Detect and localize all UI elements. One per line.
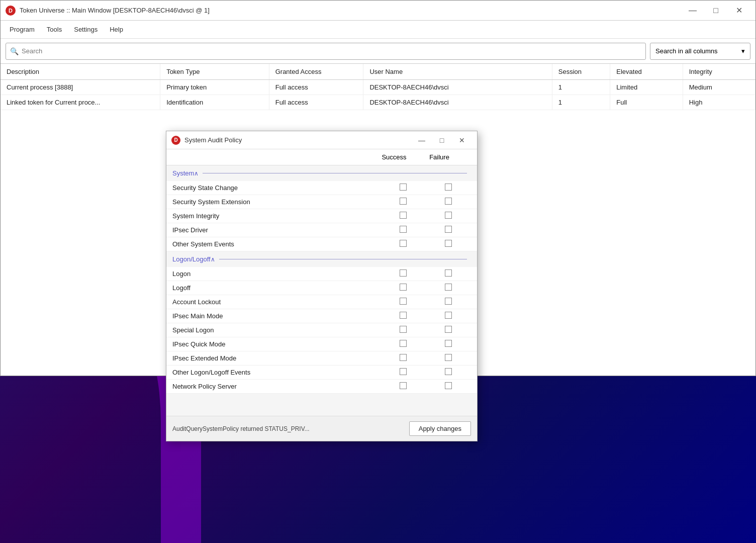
audit-window-controls: — □ ✕	[412, 131, 472, 149]
col-session[interactable]: Session	[552, 64, 610, 80]
cell-user-name-1: DESKTOP-8AECH46\dvsci	[363, 95, 552, 110]
search-bar: 🔍 Search in all columns ▾	[1, 39, 755, 64]
window-controls: — □ ✕	[681, 1, 750, 21]
col-granted-access[interactable]: Granted Access	[269, 64, 363, 80]
checkbox-icon[interactable]	[400, 226, 407, 233]
audit-status-bar: AuditQuerySystemPolicy returned STATUS_P…	[166, 416, 477, 441]
audit-failure-checkbox-l7[interactable]	[426, 368, 471, 377]
checkbox-icon[interactable]	[400, 326, 407, 333]
checkbox-icon[interactable]	[400, 354, 407, 361]
audit-close-button[interactable]: ✕	[452, 131, 472, 149]
audit-failure-checkbox-l5[interactable]	[426, 340, 471, 348]
audit-failure-checkbox-l2[interactable]	[426, 298, 471, 306]
checkbox-icon[interactable]	[400, 340, 407, 347]
audit-success-checkbox-l7[interactable]	[381, 368, 426, 377]
audit-failure-checkbox-0[interactable]	[426, 184, 471, 192]
chevron-up-icon[interactable]: ∧	[194, 170, 199, 177]
checkbox-icon[interactable]	[445, 326, 452, 333]
checkbox-icon[interactable]	[400, 312, 407, 319]
audit-item-label: IPsec Driver	[172, 226, 381, 234]
audit-success-checkbox-l6[interactable]	[381, 354, 426, 363]
col-integrity[interactable]: Integrity	[683, 64, 755, 80]
checkbox-icon[interactable]	[445, 212, 452, 219]
checkbox-icon[interactable]	[445, 240, 452, 247]
menu-tools[interactable]: Tools	[42, 24, 67, 35]
checkbox-icon[interactable]	[400, 198, 407, 205]
checkbox-icon[interactable]	[400, 284, 407, 291]
audit-success-checkbox-l8[interactable]	[381, 382, 426, 391]
checkbox-icon[interactable]	[445, 269, 452, 277]
checkbox-icon[interactable]	[445, 284, 452, 291]
audit-failure-checkbox-l6[interactable]	[426, 354, 471, 363]
checkbox-icon[interactable]	[445, 354, 452, 361]
col-description[interactable]: Description	[1, 64, 160, 80]
checkbox-icon[interactable]	[400, 382, 407, 389]
audit-failure-checkbox-2[interactable]	[426, 212, 471, 220]
maximize-button[interactable]: □	[704, 1, 727, 21]
audit-failure-checkbox-l4[interactable]	[426, 326, 471, 334]
checkbox-icon[interactable]	[445, 382, 452, 389]
audit-item-label: Other Logon/Logoff Events	[172, 369, 381, 376]
audit-success-checkbox-l5[interactable]	[381, 340, 426, 348]
menu-settings[interactable]: Settings	[69, 24, 103, 35]
audit-item-label: Account Lockout	[172, 298, 381, 306]
checkbox-icon[interactable]	[445, 198, 452, 205]
cell-granted-access-1: Full access	[269, 95, 363, 110]
checkbox-icon[interactable]	[445, 312, 452, 319]
audit-item-label: Other System Events	[172, 240, 381, 248]
audit-app-icon: D	[171, 136, 180, 145]
audit-success-checkbox-1[interactable]	[381, 198, 426, 206]
audit-failure-checkbox-l1[interactable]	[426, 284, 471, 292]
audit-failure-checkbox-4[interactable]	[426, 240, 471, 248]
audit-success-checkbox-3[interactable]	[381, 226, 426, 234]
checkbox-icon[interactable]	[445, 368, 452, 375]
audit-failure-checkbox-l0[interactable]	[426, 269, 471, 278]
audit-item-label: IPsec Extended Mode	[172, 354, 381, 362]
checkbox-icon[interactable]	[400, 269, 407, 277]
minimize-button[interactable]: —	[681, 1, 704, 21]
close-button[interactable]: ✕	[727, 1, 750, 21]
table-row[interactable]: Current process [3888] Primary token Ful…	[1, 80, 755, 95]
checkbox-icon[interactable]	[400, 368, 407, 375]
audit-failure-checkbox-3[interactable]	[426, 226, 471, 234]
checkbox-icon[interactable]	[400, 240, 407, 247]
apply-changes-button[interactable]: Apply changes	[409, 421, 471, 436]
audit-col-success-header: Success	[371, 153, 417, 161]
audit-success-checkbox-2[interactable]	[381, 212, 426, 220]
checkbox-icon[interactable]	[445, 340, 452, 347]
checkbox-icon[interactable]	[400, 298, 407, 305]
audit-row-security-system-ext: Security System Extension	[166, 195, 477, 209]
audit-success-checkbox-l4[interactable]	[381, 326, 426, 334]
chevron-up-icon[interactable]: ∧	[211, 256, 215, 263]
audit-success-checkbox-l2[interactable]	[381, 298, 426, 306]
col-token-type[interactable]: Token Type	[160, 64, 269, 80]
audit-success-checkbox-l1[interactable]	[381, 284, 426, 292]
audit-item-label: Network Policy Server	[172, 383, 381, 390]
audit-failure-checkbox-l8[interactable]	[426, 382, 471, 391]
checkbox-icon[interactable]	[445, 226, 452, 233]
audit-minimize-button[interactable]: —	[412, 131, 432, 149]
audit-success-checkbox-l0[interactable]	[381, 269, 426, 278]
window-title: Token Universe :: Main Window [DESKTOP-8…	[20, 7, 681, 14]
col-elevated[interactable]: Elevated	[610, 64, 683, 80]
checkbox-icon[interactable]	[445, 184, 452, 191]
menu-program[interactable]: Program	[5, 24, 40, 35]
audit-scroll-content[interactable]: System ∧ Security State Change Security …	[166, 165, 477, 416]
audit-failure-checkbox-l3[interactable]	[426, 312, 471, 320]
audit-success-checkbox-0[interactable]	[381, 184, 426, 192]
audit-row-network-policy: Network Policy Server	[166, 380, 477, 394]
search-input[interactable]	[22, 47, 641, 55]
audit-failure-checkbox-1[interactable]	[426, 198, 471, 206]
search-filter-dropdown[interactable]: Search in all columns ▾	[650, 43, 750, 60]
col-user-name[interactable]: User Name	[363, 64, 552, 80]
search-icon: 🔍	[10, 47, 19, 55]
audit-success-checkbox-4[interactable]	[381, 240, 426, 248]
menu-help[interactable]: Help	[105, 24, 128, 35]
checkbox-icon[interactable]	[400, 184, 407, 191]
audit-item-label: System Integrity	[172, 212, 381, 220]
checkbox-icon[interactable]	[400, 212, 407, 219]
audit-success-checkbox-l3[interactable]	[381, 312, 426, 320]
table-row[interactable]: Linked token for Current proce... Identi…	[1, 95, 755, 110]
audit-maximize-button[interactable]: □	[432, 131, 452, 149]
checkbox-icon[interactable]	[445, 298, 452, 305]
